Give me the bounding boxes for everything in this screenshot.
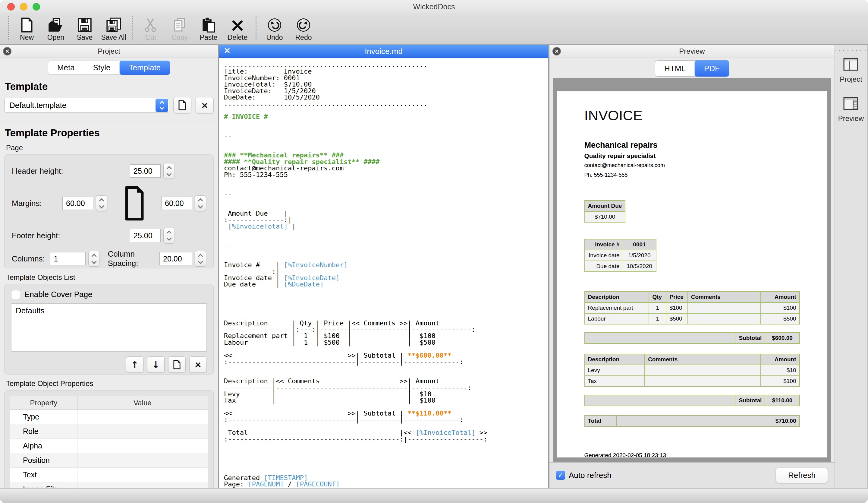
auto-refresh-checkbox[interactable]: ✓ bbox=[556, 471, 565, 480]
column-spacing-stepper[interactable] bbox=[195, 251, 206, 267]
editor-line[interactable]: Amount Due | bbox=[224, 210, 548, 216]
editor-line[interactable] bbox=[224, 313, 548, 320]
cut-button[interactable]: Cut bbox=[136, 14, 165, 42]
minimize-window-button[interactable] bbox=[20, 3, 28, 11]
editor-line[interactable]: InvoiceDate: 1/5/2020 bbox=[224, 88, 548, 94]
editor-line[interactable]: :---------------------------------------… bbox=[224, 436, 548, 442]
property-row[interactable]: Alpha bbox=[10, 439, 208, 453]
list-item[interactable]: Defaults bbox=[16, 306, 202, 316]
editor-line[interactable] bbox=[224, 197, 548, 204]
editor-line[interactable] bbox=[224, 120, 548, 126]
editor-line[interactable] bbox=[224, 139, 548, 146]
property-row[interactable]: Role bbox=[10, 424, 208, 439]
editor-line[interactable]: << >>| Subtotal | **$110.00** bbox=[224, 410, 548, 417]
tab-meta[interactable]: Meta bbox=[48, 61, 84, 74]
new-button[interactable]: New bbox=[12, 14, 41, 42]
editor-line[interactable] bbox=[224, 184, 548, 191]
editor-line[interactable] bbox=[224, 468, 548, 475]
editor-line[interactable]: ........................................… bbox=[224, 62, 548, 68]
editor-line[interactable] bbox=[224, 294, 548, 300]
editor-line[interactable]: [%InvoiceTotal] | bbox=[224, 223, 548, 229]
property-row[interactable]: Type bbox=[10, 410, 208, 424]
column-spacing-input[interactable]: 20.00 bbox=[159, 252, 192, 265]
editor-line[interactable] bbox=[224, 255, 548, 262]
editor-line[interactable]: Description |<< Comments >>| Amount bbox=[224, 378, 548, 384]
editor-line[interactable]: :--------------------------------|------… bbox=[224, 417, 548, 423]
editor-line[interactable] bbox=[224, 442, 548, 449]
margin-right-input[interactable]: 60.00 bbox=[161, 197, 192, 210]
property-row[interactable]: Position bbox=[10, 453, 208, 468]
editor-line[interactable]: ------------|---------------------------… bbox=[224, 384, 548, 391]
template-select[interactable]: Default.template bbox=[4, 98, 169, 113]
editor-line[interactable]: -- bbox=[224, 133, 548, 139]
property-row[interactable]: Text bbox=[10, 468, 208, 482]
template-objects-listbox[interactable]: Defaults bbox=[11, 304, 207, 352]
editor-line[interactable]: InvoiceNumber: 0001 bbox=[224, 75, 548, 81]
copy-button[interactable]: Copy bbox=[165, 14, 194, 42]
editor-line[interactable] bbox=[224, 449, 548, 455]
close-window-button[interactable] bbox=[7, 3, 15, 11]
editor-line[interactable]: -- bbox=[224, 243, 548, 249]
template-select-stepper[interactable] bbox=[156, 99, 168, 112]
editor-line[interactable] bbox=[224, 423, 548, 429]
editor-line[interactable]: ........................................… bbox=[224, 100, 548, 107]
editor-line[interactable]: Description | Qty | Price |<< Comments >… bbox=[224, 320, 548, 326]
tab-style[interactable]: Style bbox=[84, 61, 120, 74]
pdf-viewport[interactable]: INVOICE Mechanical repairs Quality repai… bbox=[553, 78, 831, 462]
editor-line[interactable]: ### **Mechanical repairs** ### bbox=[224, 152, 548, 158]
close-project-panel-icon[interactable]: ✕ bbox=[3, 47, 11, 55]
enable-cover-page-checkbox[interactable] bbox=[11, 290, 20, 299]
editor-line[interactable]: Due date | [%DueDate] bbox=[224, 281, 548, 287]
new-template-button[interactable] bbox=[173, 97, 192, 113]
editor-line[interactable] bbox=[224, 229, 548, 236]
editor-line[interactable]: Total |<< [%InvoiceTotal] >> bbox=[224, 429, 548, 436]
editor-line[interactable]: Invoice # | [%InvoiceNumber] bbox=[224, 262, 548, 268]
save-button[interactable]: Save bbox=[70, 14, 99, 42]
save-all-button[interactable]: Save All bbox=[99, 14, 128, 42]
new-object-button[interactable] bbox=[168, 357, 186, 373]
tab-html[interactable]: HTML bbox=[655, 61, 695, 76]
editor-line[interactable] bbox=[224, 404, 548, 410]
editor-line[interactable]: #### **Quality repair specialist** #### bbox=[224, 158, 548, 165]
footer-height-stepper[interactable] bbox=[163, 228, 175, 243]
editor-line[interactable] bbox=[224, 288, 548, 294]
editor-line[interactable] bbox=[224, 107, 548, 113]
zoom-window-button[interactable] bbox=[32, 3, 40, 11]
editor-line[interactable]: << >>| Subtotal | **$600.00** bbox=[224, 352, 548, 359]
editor-line[interactable]: Labour | 1 | $500 | | $500 bbox=[224, 339, 548, 346]
delete-button[interactable]: Delete bbox=[223, 14, 252, 42]
editor-line[interactable] bbox=[224, 462, 548, 468]
editor-line[interactable] bbox=[224, 365, 548, 371]
editor-line[interactable]: Ph: 555-1234-555 bbox=[224, 172, 548, 178]
paste-button[interactable]: Paste bbox=[194, 14, 223, 42]
dock-drag-handle[interactable]: ········ bbox=[834, 49, 868, 52]
editor-line[interactable] bbox=[224, 204, 548, 210]
editor-line[interactable]: Page: [PAGENUM] / [PAGECOUNT] bbox=[224, 481, 548, 487]
header-height-stepper[interactable] bbox=[163, 163, 175, 179]
move-object-down-button[interactable]: ↓ bbox=[147, 357, 165, 373]
margin-left-stepper[interactable] bbox=[96, 195, 107, 211]
editor-line[interactable]: Title: Invoice bbox=[224, 68, 548, 74]
open-button[interactable]: Open bbox=[41, 14, 70, 42]
columns-input[interactable]: 1 bbox=[50, 252, 85, 265]
refresh-button[interactable]: Refresh bbox=[776, 468, 828, 483]
editor-line[interactable]: DueDate: 10/5/2020 bbox=[224, 94, 548, 100]
columns-stepper[interactable] bbox=[88, 251, 100, 267]
dock-project-button[interactable]: Project bbox=[840, 58, 862, 83]
editor-line[interactable]: # INVOICE # bbox=[224, 113, 548, 120]
margin-left-input[interactable]: 60.00 bbox=[62, 197, 93, 210]
move-object-up-button[interactable]: ↑ bbox=[126, 357, 143, 373]
editor-line[interactable]: -- bbox=[224, 300, 548, 307]
editor-line[interactable]: Replacement part | 1 | $100 | | $100 bbox=[224, 332, 548, 339]
editor-line[interactable]: Invoice date | [%InvoiceDate] bbox=[224, 275, 548, 281]
editor-line[interactable] bbox=[224, 371, 548, 378]
editor-line[interactable] bbox=[224, 346, 548, 352]
editor-line[interactable]: Generated [TIMESTAMP] bbox=[224, 475, 548, 481]
redo-button[interactable]: Redo bbox=[289, 14, 318, 42]
editor-line[interactable]: contact@mechanical-repairs.com bbox=[224, 165, 548, 171]
margin-right-stepper[interactable] bbox=[195, 195, 206, 211]
editor-line[interactable]: Levy | | $10 bbox=[224, 391, 548, 397]
editor-line[interactable] bbox=[224, 178, 548, 184]
editor-line[interactable]: :--------------------------------|------… bbox=[224, 359, 548, 365]
footer-height-input[interactable]: 25.00 bbox=[130, 229, 161, 242]
